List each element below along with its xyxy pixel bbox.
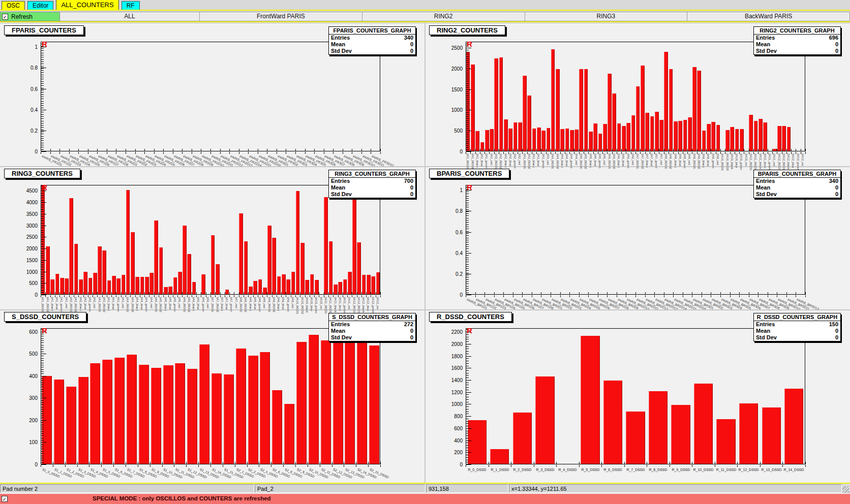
x-bin-tick [253,292,254,295]
x-axis-tick [715,465,715,467]
pad-fparis_counters[interactable]: R00.20.40.60.81PARIS_FR1D1PARIS_FR1D2PAR… [0,23,425,167]
pad-s_dssd_counters[interactable]: R0100200300400500600S1_0_DSSDS1_1_DSSDS1… [0,310,425,483]
pad-r_dssd_counters[interactable]: R020040060080010001200140016001800200022… [425,310,850,483]
x-category-label: 3A8_green [258,297,261,311]
resize-grip-icon[interactable] [842,486,849,493]
tab-rf[interactable]: RF [122,1,140,10]
pad-bparis_counters[interactable]: R00.20.40.60.81PARIS_BR1D1PARIS_BR1D2PAR… [425,167,850,310]
tab-all_counters[interactable]: ALL_COUNTERS [56,0,118,10]
special-mode-checkbox[interactable]: ✓ [2,496,8,502]
x-axis-tick [484,295,485,297]
y-minor-tick [466,363,469,364]
x-bin-tick [768,149,768,151]
x-axis-tick [551,295,551,297]
x-axis-tick [720,295,721,297]
tab-editor[interactable]: Editor [27,1,53,10]
y-minor-tick [41,70,44,71]
y-minor-tick [41,387,44,387]
x-axis-tick [177,295,178,297]
stats-title: RING2_COUNTERS_GRAPH [754,27,840,35]
x-axis-tick [64,295,65,297]
y-minor-tick [41,400,44,401]
x-axis-tick [45,295,46,297]
x-axis-tick [111,295,112,297]
pad-ring3_counters[interactable]: R0500100015002000250030003500400045003A1… [0,167,425,310]
x-axis-tick [772,152,773,154]
x-axis-tick [271,465,271,467]
y-minor-tick [466,457,469,458]
y-minor-tick [466,233,469,234]
y-minor-tick [466,242,469,242]
x-bin-tick [556,462,557,464]
y-minor-tick [41,356,44,356]
y-minor-tick [466,385,469,385]
special-mode-label: SPECIAL MODE : only OSCILLOS and COUNTER… [93,495,271,501]
x-axis-tick [624,465,625,467]
refresh-button[interactable]: ✓ Refresh [0,12,60,21]
toolbar-button-frontward-paris[interactable]: FrontWard PARIS [200,12,362,21]
x-axis-tick [640,152,641,154]
x-axis-tick [692,465,692,467]
y-axis-label: 2200 [440,329,463,335]
tab-osc[interactable]: OSC [2,1,25,10]
y-minor-tick [466,231,469,232]
x-bin-tick [654,149,655,151]
toolbar-button-all[interactable]: ALL [60,12,200,21]
stats-label: Mean [331,41,345,48]
x-bin-tick [584,149,584,151]
stats-row: Mean0 [754,184,840,191]
x-bin-tick [333,149,333,151]
y-minor-tick [466,268,469,269]
y-minor-tick [466,62,469,63]
canvas[interactable]: R00.20.40.60.81PARIS_FR1D1PARIS_FR1D2PAR… [0,23,850,483]
x-bin-tick [659,149,659,151]
y-major-tick [466,274,471,274]
y-minor-tick [41,147,44,147]
y-minor-tick [41,345,44,345]
y-minor-tick [41,407,44,407]
x-category-label: 2A6_blue [622,153,625,166]
x-axis-tick [283,465,284,467]
x-bin-tick [624,462,625,464]
toolbar-button-ring2[interactable]: RING2 [362,12,525,21]
y-minor-tick [41,265,44,265]
x-bin-tick [168,292,169,295]
y-minor-tick [41,200,44,201]
toolbar-button-backward-paris[interactable]: BackWard PARIS [687,12,850,21]
y-minor-tick [41,108,44,108]
x-axis-tick [332,465,332,467]
y-minor-tick [41,138,44,139]
stats-title: R_DSSD_COUNTERS_GRAPH [754,313,840,321]
y-minor-tick [41,398,44,398]
y-minor-tick [41,118,44,119]
x-category-label: 3A9_blue [282,297,285,309]
x-axis-tick [163,295,164,297]
x-axis-tick [267,295,267,297]
x-axis-tick [763,152,764,154]
x-bin-tick [579,462,580,464]
stats-value: 0 [835,334,838,341]
x-bin-tick [673,149,674,151]
stats-label: Mean [331,184,345,191]
y-axis-label: 0.2 [440,271,463,277]
x-category-label: 2A11_red [773,153,776,167]
y-minor-tick [41,420,44,421]
toolbar-button-ring3[interactable]: RING3 [525,12,688,21]
x-axis-tick [687,152,688,154]
x-category-label: 2A7_green [655,153,658,168]
x-bin-tick [192,292,192,295]
x-category-label: R_1_DSSD [489,468,511,471]
x-category-label: 2A3_green [542,153,545,168]
status-pad-name: Pad_2 [255,484,426,493]
refresh-checkbox[interactable]: ✓ [2,14,8,20]
x-axis-tick [720,152,721,154]
x-axis-tick [53,465,53,467]
pad-ring2_counters[interactable]: R050010001500200025002A1_BGO12A1_BGO22A1… [425,23,850,167]
x-category-label: 3A7_red [235,297,238,308]
y-minor-tick [41,205,44,205]
x-axis-tick [74,295,74,297]
x-bin-tick [607,292,608,295]
x-bin-tick [702,149,702,151]
y-minor-tick [41,77,44,77]
x-category-label: 2A8_red [688,153,691,165]
